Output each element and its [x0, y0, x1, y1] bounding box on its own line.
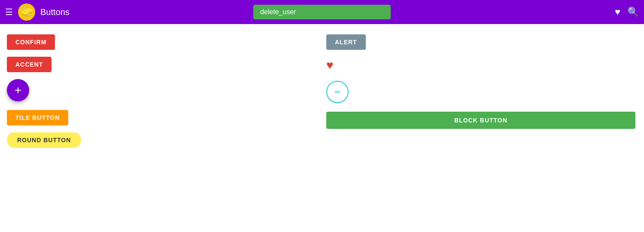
round-button[interactable]: ROUND BUTTON: [7, 132, 81, 148]
main-content: CONFIRM ACCENT + TILE BUTTON ROUND BUTTO…: [0, 24, 644, 158]
tile-button[interactable]: TILE BUTTON: [7, 110, 68, 125]
pencil-icon: ✏: [335, 88, 340, 96]
confirm-button[interactable]: CONFIRM: [7, 34, 55, 50]
header-icons: ♥ 🔍: [615, 6, 639, 18]
favorite-icon[interactable]: ♥: [615, 6, 620, 18]
edit-circle-button[interactable]: ✏: [326, 81, 349, 103]
app-header: ☰ 🧽 Buttons ♥ 🔍: [0, 0, 644, 24]
right-column: ALERT ♥ ✏ BLOCK BUTTON: [326, 34, 635, 129]
menu-icon[interactable]: ☰: [5, 7, 13, 17]
fab-button[interactable]: +: [7, 79, 29, 101]
search-icon[interactable]: 🔍: [627, 6, 639, 18]
accent-button[interactable]: ACCENT: [7, 57, 52, 72]
app-title: Buttons: [40, 7, 70, 17]
alert-button[interactable]: ALERT: [326, 34, 366, 50]
logo-emoji: 🧽: [21, 6, 33, 18]
block-button[interactable]: BLOCK BUTTON: [326, 112, 635, 129]
search-input[interactable]: [253, 5, 391, 19]
app-logo: 🧽: [18, 3, 35, 21]
heart-icon: ♥: [326, 58, 635, 72]
